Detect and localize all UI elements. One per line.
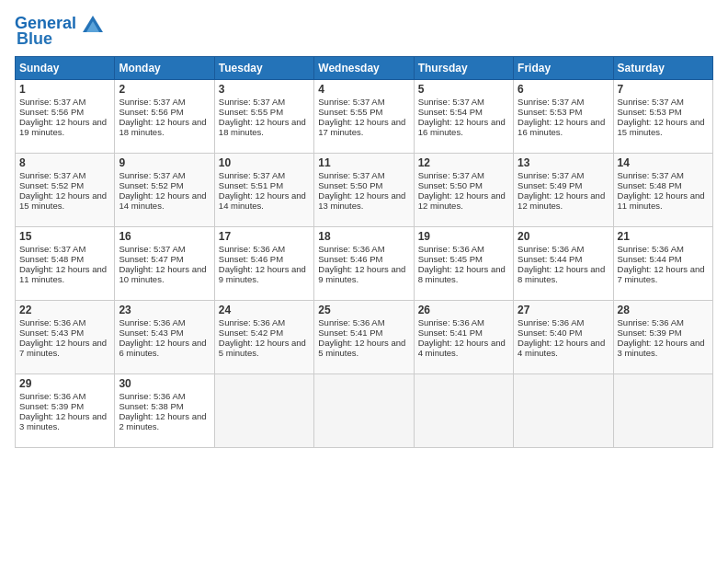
sunset-text: Sunset: 5:49 PM xyxy=(518,180,582,190)
sunset-text: Sunset: 5:38 PM xyxy=(119,401,183,411)
sunrise-text: Sunrise: 5:37 AM xyxy=(19,97,85,107)
calendar-cell: 16Sunrise: 5:37 AMSunset: 5:47 PMDayligh… xyxy=(115,226,214,300)
calendar-week-3: 15Sunrise: 5:37 AMSunset: 5:48 PMDayligh… xyxy=(16,226,713,300)
sunset-text: Sunset: 5:43 PM xyxy=(19,327,84,338)
day-number: 24 xyxy=(219,304,310,316)
day-number: 18 xyxy=(318,230,409,243)
sunrise-text: Sunrise: 5:37 AM xyxy=(418,97,484,107)
sunrise-text: Sunrise: 5:36 AM xyxy=(318,244,384,254)
day-number: 23 xyxy=(119,304,210,316)
sunset-text: Sunset: 5:55 PM xyxy=(318,107,382,117)
sunrise-text: Sunrise: 5:37 AM xyxy=(318,170,384,180)
header-thursday: Thursday xyxy=(414,56,513,79)
calendar-week-4: 22Sunrise: 5:36 AMSunset: 5:43 PMDayligh… xyxy=(16,300,713,373)
sunrise-text: Sunrise: 5:37 AM xyxy=(119,97,185,107)
sunset-text: Sunset: 5:52 PM xyxy=(119,180,183,190)
daylight-text: Daylight: 12 hours and 15 minutes. xyxy=(618,117,705,137)
calendar-cell: 24Sunrise: 5:36 AMSunset: 5:42 PMDayligh… xyxy=(214,300,313,373)
calendar-cell xyxy=(314,373,414,447)
calendar-cell: 17Sunrise: 5:36 AMSunset: 5:46 PMDayligh… xyxy=(214,226,313,300)
calendar-cell: 15Sunrise: 5:37 AMSunset: 5:48 PMDayligh… xyxy=(16,226,115,300)
sunset-text: Sunset: 5:50 PM xyxy=(318,180,382,190)
daylight-text: Daylight: 12 hours and 14 minutes. xyxy=(219,190,306,211)
sunrise-text: Sunrise: 5:37 AM xyxy=(119,244,185,254)
daylight-text: Daylight: 12 hours and 7 minutes. xyxy=(618,264,705,284)
sunset-text: Sunset: 5:45 PM xyxy=(418,254,483,264)
calendar-cell: 13Sunrise: 5:37 AMSunset: 5:49 PMDayligh… xyxy=(514,153,613,226)
sunrise-text: Sunrise: 5:37 AM xyxy=(219,170,285,180)
day-number: 21 xyxy=(618,230,709,243)
sunset-text: Sunset: 5:44 PM xyxy=(618,254,682,264)
day-number: 4 xyxy=(318,83,409,96)
calendar-cell: 26Sunrise: 5:36 AMSunset: 5:41 PMDayligh… xyxy=(414,300,513,373)
daylight-text: Daylight: 12 hours and 7 minutes. xyxy=(19,338,107,358)
sunrise-text: Sunrise: 5:36 AM xyxy=(219,317,285,327)
sunrise-text: Sunrise: 5:36 AM xyxy=(318,317,384,327)
day-number: 25 xyxy=(318,304,409,316)
sunrise-text: Sunrise: 5:36 AM xyxy=(119,391,185,401)
calendar-header-row: SundayMondayTuesdayWednesdayThursdayFrid… xyxy=(16,56,713,79)
daylight-text: Daylight: 12 hours and 2 minutes. xyxy=(119,411,206,431)
day-number: 14 xyxy=(618,156,709,169)
sunrise-text: Sunrise: 5:36 AM xyxy=(618,244,684,254)
daylight-text: Daylight: 12 hours and 12 minutes. xyxy=(418,190,506,211)
sunset-text: Sunset: 5:50 PM xyxy=(418,180,483,190)
daylight-text: Daylight: 12 hours and 8 minutes. xyxy=(418,264,506,284)
day-number: 15 xyxy=(19,230,110,243)
day-number: 28 xyxy=(618,304,709,316)
sunset-text: Sunset: 5:39 PM xyxy=(19,401,84,411)
daylight-text: Daylight: 12 hours and 15 minutes. xyxy=(19,190,107,211)
calendar-cell: 14Sunrise: 5:37 AMSunset: 5:48 PMDayligh… xyxy=(613,153,712,226)
sunset-text: Sunset: 5:53 PM xyxy=(618,107,682,117)
calendar-cell: 20Sunrise: 5:36 AMSunset: 5:44 PMDayligh… xyxy=(514,226,613,300)
calendar-cell: 18Sunrise: 5:36 AMSunset: 5:46 PMDayligh… xyxy=(314,226,414,300)
sunrise-text: Sunrise: 5:36 AM xyxy=(518,244,584,254)
sunrise-text: Sunrise: 5:36 AM xyxy=(219,244,285,254)
header-saturday: Saturday xyxy=(613,56,712,79)
daylight-text: Daylight: 12 hours and 14 minutes. xyxy=(119,190,206,211)
daylight-text: Daylight: 12 hours and 3 minutes. xyxy=(618,338,705,358)
calendar-cell: 22Sunrise: 5:36 AMSunset: 5:43 PMDayligh… xyxy=(16,300,115,373)
sunrise-text: Sunrise: 5:37 AM xyxy=(518,170,584,180)
calendar-cell: 8Sunrise: 5:37 AMSunset: 5:52 PMDaylight… xyxy=(16,153,115,226)
day-number: 6 xyxy=(518,83,609,96)
calendar-cell xyxy=(514,373,613,447)
calendar-cell: 12Sunrise: 5:37 AMSunset: 5:50 PMDayligh… xyxy=(414,153,513,226)
sunrise-text: Sunrise: 5:37 AM xyxy=(219,97,285,107)
calendar-cell: 2Sunrise: 5:37 AMSunset: 5:56 PMDaylight… xyxy=(115,79,214,153)
daylight-text: Daylight: 12 hours and 12 minutes. xyxy=(518,190,605,211)
sunset-text: Sunset: 5:44 PM xyxy=(518,254,582,264)
day-number: 10 xyxy=(219,156,310,169)
logo-blue: Blue xyxy=(17,29,52,49)
day-number: 29 xyxy=(19,377,110,390)
daylight-text: Daylight: 12 hours and 10 minutes. xyxy=(119,264,206,284)
daylight-text: Daylight: 12 hours and 18 minutes. xyxy=(219,117,306,137)
sunset-text: Sunset: 5:39 PM xyxy=(618,327,682,338)
calendar-cell xyxy=(414,373,513,447)
day-number: 1 xyxy=(19,83,110,96)
sunrise-text: Sunrise: 5:37 AM xyxy=(318,97,384,107)
calendar-week-1: 1Sunrise: 5:37 AMSunset: 5:56 PMDaylight… xyxy=(16,79,713,153)
day-number: 17 xyxy=(219,230,310,243)
page-header: General Blue xyxy=(15,15,713,49)
day-number: 16 xyxy=(119,230,210,243)
daylight-text: Daylight: 12 hours and 17 minutes. xyxy=(318,117,405,137)
sunset-text: Sunset: 5:46 PM xyxy=(219,254,283,264)
sunrise-text: Sunrise: 5:37 AM xyxy=(618,97,684,107)
calendar-cell: 1Sunrise: 5:37 AMSunset: 5:56 PMDaylight… xyxy=(16,79,115,153)
header-tuesday: Tuesday xyxy=(214,56,313,79)
daylight-text: Daylight: 12 hours and 16 minutes. xyxy=(418,117,506,137)
daylight-text: Daylight: 12 hours and 6 minutes. xyxy=(119,338,206,358)
daylight-text: Daylight: 12 hours and 4 minutes. xyxy=(518,338,605,358)
sunrise-text: Sunrise: 5:37 AM xyxy=(618,170,684,180)
sunrise-text: Sunrise: 5:37 AM xyxy=(518,97,584,107)
sunrise-text: Sunrise: 5:37 AM xyxy=(19,170,85,180)
daylight-text: Daylight: 12 hours and 3 minutes. xyxy=(19,411,107,431)
day-number: 3 xyxy=(219,83,310,96)
day-number: 27 xyxy=(518,304,609,316)
day-number: 22 xyxy=(19,304,110,316)
calendar-cell: 5Sunrise: 5:37 AMSunset: 5:54 PMDaylight… xyxy=(414,79,513,153)
sunset-text: Sunset: 5:46 PM xyxy=(318,254,382,264)
sunset-text: Sunset: 5:48 PM xyxy=(618,180,682,190)
daylight-text: Daylight: 12 hours and 16 minutes. xyxy=(518,117,605,137)
